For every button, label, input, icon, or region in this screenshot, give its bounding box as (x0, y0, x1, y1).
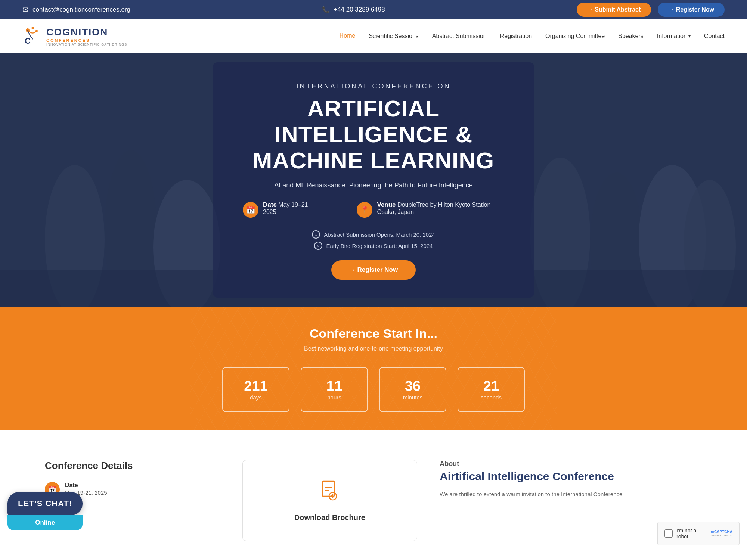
hero-title-line1: ARTIFICIAL INTELLIGENCE & (243, 96, 504, 147)
logo-text: COGNITION CONFERENCES INNOVATION AT SCIE… (46, 27, 127, 46)
hero-venue-city: Osaka, Japan (377, 209, 414, 215)
nav-speakers[interactable]: Speakers (618, 31, 644, 41)
hero-card: INTERNATIONAL CONFERENCE ON ARTIFICIAL I… (213, 62, 534, 298)
about-title: Airtifical Intelligence Conference (440, 470, 702, 483)
circle-icon-2: ○ (314, 242, 322, 250)
hero-section: INTERNATIONAL CONFERENCE ON ARTIFICIAL I… (0, 53, 747, 307)
minutes-label: minutes (403, 394, 423, 401)
phone-icon: 📞 (322, 6, 330, 14)
submit-abstract-button[interactable]: → Submit Abstract (577, 3, 651, 17)
logo-main-text: COGNITION (46, 27, 127, 38)
nav-contact[interactable]: Contact (704, 31, 725, 41)
main-navigation: C COGNITION CONFERENCES INNOVATION AT SC… (0, 19, 747, 53)
hero-venue-item: 📍 Venue DoubleTree by Hilton Kyoto Stati… (357, 201, 504, 218)
svg-text:C: C (25, 36, 31, 44)
hours-label: hours (327, 394, 341, 401)
hero-venue-text: Venue DoubleTree by Hilton Kyoto Station… (377, 201, 504, 215)
hero-tagline: AI and ML Renaissance: Pioneering the Pa… (243, 181, 504, 189)
top-bar: ✉ contact@cognitionconferences.org 📞 +44… (0, 0, 747, 19)
contact-email-section: ✉ contact@cognitionconferences.org (22, 5, 130, 14)
recaptcha-label: I'm not a robot (676, 528, 707, 539)
countdown-seconds: 21 seconds (458, 367, 525, 412)
register-now-button-top[interactable]: → Register Now (658, 3, 725, 17)
download-brochure-card[interactable]: Download Brochure (242, 460, 418, 541)
about-section: About Airtifical Intelligence Conference… (440, 460, 702, 499)
countdown-description: Best networking and one-to-one meeting o… (220, 345, 527, 352)
brochure-icon (319, 479, 341, 506)
email-icon: ✉ (22, 5, 29, 14)
abstract-opens-text: Abstract Submission Opens: March 20, 202… (324, 231, 435, 238)
calendar-icon: 📅 (243, 202, 258, 218)
hero-date-item: 📅 Date May 19–21, 2025 (243, 201, 311, 218)
hero-meta: 📅 Date May 19–21, 2025 📍 Venue DoubleTre… (243, 201, 504, 220)
nav-abstract-submission[interactable]: Abstract Submission (432, 31, 487, 41)
logo-sub-text: CONFERENCES (46, 38, 127, 43)
nav-information[interactable]: Information ▾ (657, 31, 691, 41)
about-text: We are thrilled to extend a warm invitat… (440, 489, 702, 499)
contact-phone-section: 📞 +44 20 3289 6498 (322, 6, 385, 14)
seconds-label: seconds (481, 394, 502, 401)
nav-registration[interactable]: Registration (500, 31, 532, 41)
recaptcha-checkbox[interactable] (664, 529, 673, 538)
logo-tag-text: INNOVATION AT SCIENTIFIC GATHERINGS (46, 43, 127, 46)
phone-number: +44 20 3289 6498 (334, 6, 385, 13)
chat-status: Online (7, 515, 83, 530)
hours-value: 11 (316, 378, 352, 394)
svg-point-1 (32, 27, 34, 29)
hero-date-text: Date May 19–21, 2025 (263, 201, 311, 215)
recaptcha-widget: I'm not a robot reCAPTCHA Privacy - Term… (657, 522, 740, 545)
countdown-minutes: 36 minutes (379, 367, 446, 412)
chat-bubble[interactable]: LET'S CHAT! (7, 492, 83, 515)
logo[interactable]: C COGNITION CONFERENCES INNOVATION AT SC… (22, 25, 127, 48)
download-brochure-label: Download Brochure (294, 513, 365, 522)
meta-divider (334, 201, 335, 220)
chat-widget[interactable]: LET'S CHAT! Online (7, 492, 83, 530)
circle-icon-1: ○ (312, 230, 320, 239)
email-address: contact@cognitionconferences.org (32, 6, 130, 13)
hero-venue-value: DoubleTree by Hilton Kyoto Station , (397, 202, 494, 208)
hero-title-line2: MACHINE LEARNING (243, 147, 504, 173)
nav-scientific-sessions[interactable]: Scientific Sessions (369, 31, 418, 41)
countdown-hours: 11 hours (301, 367, 368, 412)
countdown-section: Conference Start In... Best networking a… (0, 307, 747, 430)
minutes-value: 36 (395, 378, 431, 394)
nav-information-arrow: ▾ (688, 34, 691, 39)
conference-details-heading: Conference Details (45, 460, 220, 472)
countdown-card: Conference Start In... Best networking a… (190, 307, 557, 430)
logo-icon: C (22, 25, 42, 48)
register-now-button-hero[interactable]: → Register Now (331, 260, 416, 280)
days-value: 211 (238, 378, 274, 394)
hero-date-label: Date (263, 201, 277, 208)
nav-organizing-committee[interactable]: Organizing Committee (545, 31, 605, 41)
hero-subtitle: INTERNATIONAL CONFERENCE ON (243, 83, 504, 90)
seconds-value: 21 (473, 378, 509, 394)
nav-home[interactable]: Home (340, 31, 356, 41)
nav-links: Home Scientific Sessions Abstract Submis… (340, 31, 725, 41)
early-bird-text: Early Bird Registration Start: April 15,… (326, 243, 433, 249)
days-label: days (250, 394, 262, 401)
date-detail-label: Date (65, 482, 107, 489)
about-subtitle: About (440, 460, 702, 468)
location-icon: 📍 (357, 202, 372, 218)
hero-venue-label: Venue (377, 201, 396, 208)
abstract-opens-item: ○ Abstract Submission Opens: March 20, 2… (243, 230, 504, 239)
bottom-section: Conference Details 📅 Date May 19-21, 202… (0, 430, 747, 560)
countdown-title: Conference Start In... (220, 326, 527, 341)
hero-important-dates: ○ Abstract Submission Opens: March 20, 2… (243, 230, 504, 250)
hero-title: ARTIFICIAL INTELLIGENCE & MACHINE LEARNI… (243, 96, 504, 173)
countdown-days: 211 days (222, 367, 289, 412)
early-bird-item: ○ Early Bird Registration Start: April 1… (243, 242, 504, 250)
countdown-boxes: 211 days 11 hours 36 minutes 21 seconds (220, 367, 527, 412)
top-bar-buttons: → Submit Abstract → Register Now (577, 3, 725, 17)
